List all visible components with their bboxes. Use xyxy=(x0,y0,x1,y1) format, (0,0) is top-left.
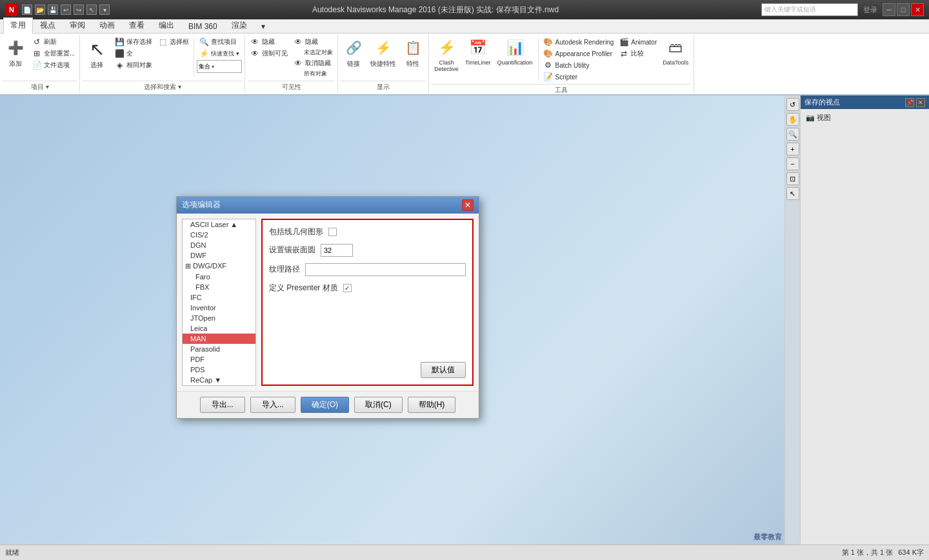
link-label: 链接 xyxy=(347,59,360,68)
animator-icon: 🎬 xyxy=(619,37,629,47)
list-item-cis2[interactable]: CIS/2 xyxy=(183,230,255,240)
minimize-btn[interactable]: ─ xyxy=(883,3,895,16)
rt-zoom-btn[interactable]: 🔍 xyxy=(786,128,799,141)
refresh-btn[interactable]: ↺ 刷新 xyxy=(30,36,77,48)
scripter-label: Scripter xyxy=(555,74,577,81)
export-btn[interactable]: 导出... xyxy=(200,397,245,413)
add-btn[interactable]: ➕ 添加 xyxy=(3,36,28,70)
help-btn[interactable]: 帮助(H) xyxy=(408,397,456,413)
search-box[interactable]: 键入关键字或短语 xyxy=(761,3,858,16)
scripter-btn[interactable]: 📝 Scripter xyxy=(541,71,616,83)
cancel-btn[interactable]: 取消(C) xyxy=(354,397,403,413)
autodesk-rendering-btn[interactable]: 🎨 Autodesk Rendering xyxy=(541,36,616,48)
list-item-leica[interactable]: Leica xyxy=(183,323,255,334)
quantification-btn[interactable]: 📊 Quantification xyxy=(495,36,535,67)
timeliner-btn[interactable]: 📅 TimeLiner xyxy=(463,36,494,67)
rt-pan-btn[interactable]: ✋ xyxy=(786,113,799,126)
dialog-close-btn[interactable]: ✕ xyxy=(462,199,474,211)
title-bar-right: 键入关键字或短语 登录 ─ □ ✕ xyxy=(761,3,924,16)
rt-fit-btn[interactable]: ⊡ xyxy=(786,172,799,185)
viewport[interactable]: 选项编辑器 ✕ ASCII Laser ▲ CIS/2 DGN DWF ⊞ DW… xyxy=(0,95,784,545)
rt-zoomout-btn[interactable]: − xyxy=(786,157,799,170)
import-btn[interactable]: 导入... xyxy=(250,397,295,413)
list-item-inventor[interactable]: Inventor xyxy=(183,303,255,313)
list-item-pdf[interactable]: PDF xyxy=(183,354,255,365)
find-items-btn[interactable]: 🔍 查找项目 xyxy=(197,36,242,48)
tab-render[interactable]: 渲染 xyxy=(225,17,254,33)
select-box-btn[interactable]: ⬚ 选择框 xyxy=(155,36,191,48)
save-selection-btn[interactable]: 💾 保存选择 xyxy=(112,36,154,48)
unhide-all-btn[interactable]: 👁 取消隐藏 xyxy=(291,57,335,69)
quick-props-label: 快捷特性 xyxy=(370,59,396,68)
animator-btn[interactable]: 🎬 Animator xyxy=(617,36,659,48)
hide-btn[interactable]: 👁 隐藏 xyxy=(248,36,290,48)
file-size: 634 K字 xyxy=(898,548,924,557)
undo-btn[interactable]: ↩ xyxy=(61,5,71,15)
tree-item-view[interactable]: 📷 视图 xyxy=(803,112,926,124)
reset-all-icon: ⊞ xyxy=(32,48,42,59)
list-item-recap[interactable]: ReCap ▼ xyxy=(183,375,255,385)
login-btn[interactable]: 登录 xyxy=(863,5,877,15)
quick-find-btn[interactable]: ⚡ 快速查找 ▾ xyxy=(197,48,242,59)
list-item-dwgdxf[interactable]: ⊞ DWG/DXF xyxy=(183,261,255,272)
properties-btn[interactable]: 📋 特性 xyxy=(400,36,426,70)
list-item-pds[interactable]: PDS xyxy=(183,365,255,375)
rt-orbit-btn[interactable]: ↺ xyxy=(786,98,799,111)
save-btn[interactable]: 💾 xyxy=(48,5,58,15)
new-btn[interactable]: 📄 xyxy=(22,5,32,15)
list-item-dwf[interactable]: DWF xyxy=(183,250,255,261)
open-btn[interactable]: 📂 xyxy=(35,5,45,15)
select-btn[interactable]: ↖ 选择 xyxy=(83,36,111,72)
rt-select-btn[interactable]: ↖ xyxy=(786,187,799,200)
close-btn[interactable]: ✕ xyxy=(911,3,924,16)
list-item-man[interactable]: MAN xyxy=(183,334,255,344)
include-wireframe-label: 包括线几何图形 xyxy=(269,226,323,237)
cursor-btn[interactable]: ↖ xyxy=(86,5,97,15)
select-all-btn[interactable]: ⬛ 全 xyxy=(112,48,154,59)
select-all-icon: ⬛ xyxy=(114,48,125,59)
quick-props-btn[interactable]: ⚡ 快捷特性 xyxy=(368,36,399,70)
tab-animation[interactable]: 动画 xyxy=(92,17,122,33)
display-group-content: 🔗 链接 ⚡ 快捷特性 📋 特性 xyxy=(341,36,426,79)
search-combo[interactable]: 集合 ▾ xyxy=(197,60,242,73)
batch-utility-btn[interactable]: ⚙ Batch Utility xyxy=(541,59,616,71)
rt-zoomin-btn[interactable]: + xyxy=(786,143,799,155)
list-item-jtopen[interactable]: JTOpen xyxy=(183,313,255,323)
tab-review[interactable]: 审阅 xyxy=(63,17,92,33)
select-same-btn[interactable]: ◈ 相同对象 xyxy=(112,59,154,71)
link-btn[interactable]: 🔗 链接 xyxy=(341,36,366,70)
list-item-faro[interactable]: Faro xyxy=(183,272,255,282)
list-item-parasolid[interactable]: Parasolid xyxy=(183,344,255,354)
tab-output[interactable]: 编出 xyxy=(152,17,181,33)
tab-view[interactable]: 查看 xyxy=(122,17,152,33)
hide-unselected-btn[interactable]: 👁 隐藏 xyxy=(291,36,335,48)
tab-viewpoint[interactable]: 视点 xyxy=(33,17,63,33)
reset-all-btn[interactable]: ⊞ 全部重置... xyxy=(30,48,77,59)
list-item-fbx[interactable]: FBX xyxy=(183,282,255,292)
ok-btn[interactable]: 确定(O) xyxy=(301,397,349,413)
compare-btn[interactable]: ⇄ 比较 xyxy=(617,48,659,59)
texture-path-input[interactable] xyxy=(305,263,466,276)
dialog-list: ASCII Laser ▲ CIS/2 DGN DWF ⊞ DWG/DXF Fa… xyxy=(182,219,256,386)
redo-btn[interactable]: ↪ xyxy=(74,5,84,15)
list-item-ascii[interactable]: ASCII Laser ▲ xyxy=(183,219,255,230)
file-options-btn[interactable]: 📄 文件选项 xyxy=(30,59,77,71)
default-values-btn[interactable]: 默认值 xyxy=(421,362,466,378)
datatools-btn[interactable]: 🗃 DataTools xyxy=(660,36,691,67)
tab-more[interactable]: ▾ xyxy=(254,19,272,33)
panel-pin-btn[interactable]: 📌 xyxy=(905,98,914,107)
list-item-dgn[interactable]: DGN xyxy=(183,240,255,250)
clash-detective-btn[interactable]: ⚡ ClashDetective xyxy=(432,36,461,74)
appearance-profiler-btn[interactable]: 🎨 Appearance Profiler xyxy=(541,48,616,59)
window-title: Autodesk Navisworks Manage 2016 (未注册版) 实… xyxy=(312,5,559,15)
tessellation-input[interactable] xyxy=(321,244,353,257)
tab-bim360[interactable]: BIM 360 xyxy=(181,19,225,33)
restore-btn[interactable]: □ xyxy=(897,3,910,16)
force-visible-btn[interactable]: 👁 强制可见 xyxy=(248,48,290,59)
include-wireframe-checkbox[interactable] xyxy=(328,228,337,236)
dropdown-btn[interactable]: ▾ xyxy=(99,5,110,15)
presenter-material-checkbox[interactable] xyxy=(343,284,352,292)
tab-common[interactable]: 常用 xyxy=(3,17,33,34)
panel-close-btn[interactable]: ✕ xyxy=(916,98,925,107)
list-item-ifc[interactable]: IFC xyxy=(183,292,255,303)
